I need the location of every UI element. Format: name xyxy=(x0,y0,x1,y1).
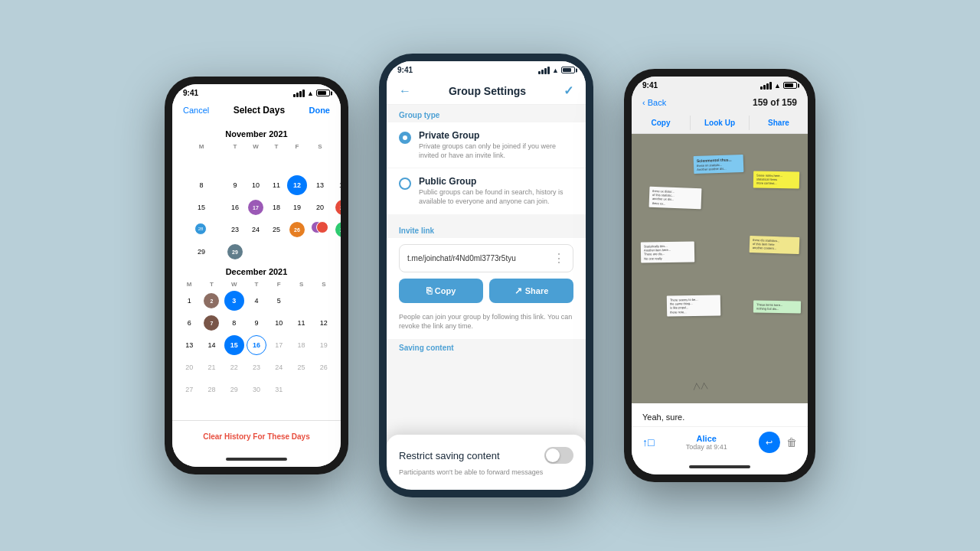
table-row[interactable] xyxy=(310,153,330,173)
cal-day-dec-16[interactable]: 16 xyxy=(247,335,266,355)
private-radio[interactable] xyxy=(399,132,411,144)
delete-icon[interactable]: 🗑 xyxy=(786,436,797,448)
share-action-button[interactable]: Share xyxy=(750,116,808,130)
image-viewer-screen: 9:41 ▲ ‹ Back 159 of 159 Copy xyxy=(632,77,808,474)
cal-day-dec-18[interactable]: 18 xyxy=(292,335,312,355)
cal-day-dec-26[interactable]: 26 xyxy=(314,357,334,377)
cal-day-dec-28[interactable]: 28 xyxy=(201,380,221,399)
more-options-icon[interactable]: ⋮ xyxy=(553,251,565,266)
toggle-knob xyxy=(546,448,560,462)
wifi-icon: ▲ xyxy=(307,90,314,97)
december-label: December 2021 xyxy=(178,267,335,276)
cal-day-dec-8[interactable]: 8 xyxy=(224,313,244,333)
table-row[interactable] xyxy=(191,153,211,173)
back-button[interactable]: ← xyxy=(399,84,411,98)
caption-area: Yeah, sure. xyxy=(632,403,808,426)
cal-day-8[interactable]: 8 xyxy=(191,175,211,195)
signal-icon-right xyxy=(760,82,772,90)
cal-day-15[interactable]: 15 xyxy=(191,197,211,217)
cal-day-24[interactable]: 24 xyxy=(246,220,266,240)
calendar-title: Select Days xyxy=(234,105,285,116)
back-button-right[interactable]: ‹ Back xyxy=(642,98,666,107)
cal-day-29-av[interactable]: 29 xyxy=(225,242,245,262)
lookup-action-button[interactable]: Look Up xyxy=(691,116,750,130)
cal-day-dec-24[interactable]: 24 xyxy=(269,357,289,377)
cal-day-18[interactable]: 18 xyxy=(266,197,286,217)
share-icon-footer[interactable]: ↑□ xyxy=(642,436,654,448)
cal-day-dec-15-today[interactable]: 15 xyxy=(224,335,244,355)
status-time-right: 9:41 xyxy=(642,81,658,90)
restrict-toggle[interactable] xyxy=(544,447,573,464)
table-row[interactable] xyxy=(246,153,266,173)
private-group-option[interactable]: Private Group Private groups can only be… xyxy=(387,122,586,168)
confirm-button[interactable]: ✓ xyxy=(564,83,573,98)
cal-day-9[interactable]: 9 xyxy=(225,175,245,195)
table-row[interactable] xyxy=(287,153,307,173)
cal-day-dec-1[interactable]: 1 xyxy=(179,291,199,311)
cal-day-dec-25[interactable]: 25 xyxy=(292,357,312,377)
cal-day-23[interactable]: 23 xyxy=(225,220,245,240)
status-bar-right: 9:41 ▲ xyxy=(632,77,808,91)
cal-day-dec-2[interactable]: 2 xyxy=(201,291,221,311)
cal-day-dec-20[interactable]: 20 xyxy=(179,357,199,377)
cal-day-12[interactable]: 12 xyxy=(287,175,307,195)
sticky-note-2: there ux distor... of this statistic... … xyxy=(649,187,702,209)
cal-day-dec-30[interactable]: 30 xyxy=(247,380,266,399)
cal-day-27-stack[interactable] xyxy=(308,220,332,240)
cal-day-dec-12[interactable]: 12 xyxy=(314,313,334,333)
cal-day-dec-22[interactable]: 22 xyxy=(224,357,244,377)
cal-day-dec-9[interactable]: 9 xyxy=(247,313,266,333)
cal-day-dec-19[interactable]: 19 xyxy=(314,335,334,355)
cal-day-7[interactable]: 7 xyxy=(333,153,341,173)
table-row[interactable] xyxy=(266,153,286,173)
copy-button[interactable]: ⎘ Copy xyxy=(399,279,483,303)
clear-history-button[interactable]: Clear History For These Days xyxy=(203,432,310,441)
home-indicator-left xyxy=(172,452,341,467)
cal-day-dec-7[interactable]: 7 xyxy=(201,313,221,333)
cal-day-21[interactable]: 21 xyxy=(333,197,341,217)
cal-day-16[interactable]: 16 xyxy=(225,197,245,217)
footer-actions: ↩ 🗑 xyxy=(759,432,797,453)
cal-day-dec-5[interactable]: 5 xyxy=(269,291,289,311)
cal-day-dec-27[interactable]: 27 xyxy=(179,380,199,399)
cal-day-dec-13[interactable]: 13 xyxy=(179,335,199,355)
december-grid: M T W T F S S 1 2 3 4 5 6 xyxy=(178,279,335,400)
forward-icon: ↩ xyxy=(766,438,773,448)
cal-day-19[interactable]: 19 xyxy=(287,197,307,217)
cancel-button[interactable]: Cancel xyxy=(183,106,209,115)
cal-day-25[interactable]: 25 xyxy=(266,220,286,240)
forward-button[interactable]: ↩ xyxy=(759,432,780,453)
share-button[interactable]: ↗ Share xyxy=(489,279,573,303)
cal-day-dec-4[interactable]: 4 xyxy=(247,291,266,311)
public-group-option[interactable]: Public Group Public groups can be found … xyxy=(387,168,586,214)
cal-day-28-multi[interactable]: 28 xyxy=(178,219,224,239)
table-row[interactable] xyxy=(225,153,245,173)
cal-day-14[interactable]: 14 xyxy=(333,175,341,195)
public-radio[interactable] xyxy=(399,178,411,190)
cal-day-dec-3[interactable]: 3 xyxy=(224,291,244,311)
sticky-note-7: These items here... nothing but dis... xyxy=(753,301,801,314)
done-button[interactable]: Done xyxy=(309,106,330,115)
cal-day-dec-14[interactable]: 14 xyxy=(201,335,221,355)
copy-action-button[interactable]: Copy xyxy=(632,116,691,130)
cal-day-dec-23[interactable]: 23 xyxy=(247,357,266,377)
cal-day-dec-29[interactable]: 29 xyxy=(224,380,244,399)
cal-day-dec-21[interactable]: 21 xyxy=(201,357,221,377)
cal-day-dec-11[interactable]: 11 xyxy=(292,313,312,333)
cal-day-dec-6[interactable]: 6 xyxy=(179,313,199,333)
cal-day-dec-17[interactable]: 17 xyxy=(269,335,289,355)
cal-day-28b[interactable]: 28 xyxy=(333,220,341,240)
cal-day-dec-10[interactable]: 10 xyxy=(269,313,289,333)
invite-link-box[interactable]: t.me/joinchat/r4Nd0ml3773r5tyu ⋮ xyxy=(399,244,573,272)
cal-day-17[interactable]: 17 xyxy=(246,197,266,217)
cal-day-10[interactable]: 10 xyxy=(246,175,266,195)
cal-day-11[interactable]: 11 xyxy=(266,175,286,195)
cal-day-dec-31[interactable]: 31 xyxy=(269,380,289,399)
cal-day-29[interactable]: 29 xyxy=(191,242,211,262)
cal-day-13[interactable]: 13 xyxy=(310,175,330,195)
cal-day-26[interactable]: 26 xyxy=(287,220,307,240)
status-time: 9:41 xyxy=(183,89,198,97)
status-icons: ▲ xyxy=(293,90,330,97)
cal-day-20[interactable]: 20 xyxy=(310,197,330,217)
restrict-saving-sheet: Restrict saving content Participants won… xyxy=(387,435,586,490)
